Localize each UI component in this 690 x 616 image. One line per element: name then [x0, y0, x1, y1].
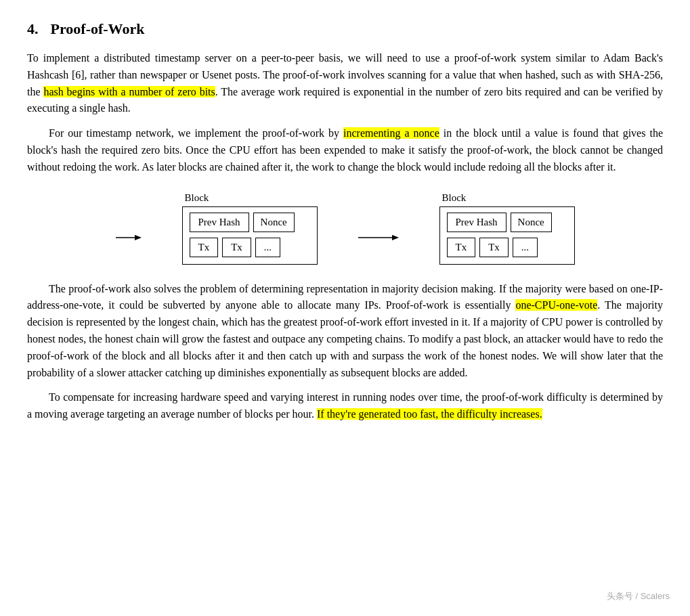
block1-ellipsis: ... — [255, 238, 280, 257]
section-title: 4. Proof-of-Work — [27, 20, 663, 38]
block2-row2: Tx Tx ... — [447, 238, 567, 257]
block1-tx1: Tx — [190, 238, 219, 257]
p3-text-after: . The majority decision is represented b… — [27, 299, 663, 378]
paragraph-4: To compensate for increasing hardware sp… — [27, 389, 663, 423]
block1-nonce: Nonce — [253, 213, 295, 232]
block2-label: Block — [439, 192, 467, 204]
p2-highlight: incrementing a nonce — [343, 127, 439, 139]
block2-ellipsis: ... — [513, 238, 538, 257]
block2-tx1: Tx — [447, 238, 476, 257]
svg-marker-3 — [392, 235, 399, 240]
block-1: Block Prev Hash Nonce Tx Tx ... — [182, 192, 318, 265]
block1-prevhash: Prev Hash — [190, 213, 249, 232]
block1-label: Block — [182, 192, 209, 204]
paragraph-3: The proof-of-work also solves the proble… — [27, 281, 663, 382]
block1-row2: Tx Tx ... — [190, 238, 310, 257]
block1-tx2: Tx — [222, 238, 251, 257]
block1-outer: Prev Hash Nonce Tx Tx ... — [182, 206, 318, 265]
section-heading: Proof-of-Work — [51, 20, 145, 38]
left-arrow-icon — [116, 232, 142, 244]
block2-prevhash: Prev Hash — [447, 213, 506, 232]
block-2: Block Prev Hash Nonce Tx Tx ... — [439, 192, 575, 265]
block-diagram-container: Block Prev Hash Nonce Tx Tx ... Block Pr… — [27, 192, 663, 265]
p2-text-before: For our timestamp network, we implement … — [49, 127, 343, 139]
block2-nonce: Nonce — [511, 213, 552, 232]
paragraph-1: To implement a distributed timestamp ser… — [27, 50, 663, 117]
section-number: 4. — [27, 20, 39, 38]
block2-row1: Prev Hash Nonce — [447, 213, 567, 232]
p4-highlight: If they're generated too fast, the diffi… — [317, 408, 542, 420]
between-arrow-icon — [358, 232, 399, 244]
p1-highlight: hash begins with a number of zero bits — [43, 86, 215, 97]
watermark: 头条号 / Scalers — [607, 590, 670, 602]
svg-marker-1 — [135, 235, 142, 240]
block1-row1: Prev Hash Nonce — [190, 213, 310, 232]
p3-highlight: one-CPU-one-vote — [515, 299, 597, 311]
block2-outer: Prev Hash Nonce Tx Tx ... — [439, 206, 575, 265]
paragraph-2: For our timestamp network, we implement … — [27, 125, 663, 175]
block2-tx2: Tx — [479, 238, 509, 257]
